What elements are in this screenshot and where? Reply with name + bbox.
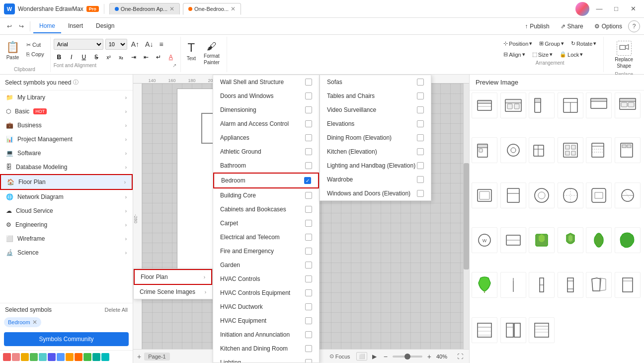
sidebar-item-wireframe[interactable]: ⬜ Wireframe › <box>0 232 133 246</box>
text-tool-button[interactable]: T Text <box>184 39 199 63</box>
preview-item[interactable] <box>558 227 583 253</box>
color-swatch[interactable] <box>12 353 20 361</box>
kitchen-elevation-item[interactable]: Kitchen (Elevation) <box>320 145 431 159</box>
preview-item[interactable] <box>500 137 526 163</box>
checkbox[interactable] <box>417 148 424 155</box>
zoom-out-button[interactable]: − <box>382 352 390 362</box>
color-swatch[interactable] <box>75 353 82 361</box>
superscript-button[interactable]: x² <box>103 52 114 63</box>
maximize-button[interactable]: □ <box>609 3 623 14</box>
color-swatch[interactable] <box>3 353 11 361</box>
fit-page-button[interactable]: ⬜ <box>356 352 367 361</box>
garden-item[interactable]: Garden <box>213 258 319 272</box>
dining-room-elevation-item[interactable]: Dining Room (Elevation) <box>320 131 431 145</box>
publish-button[interactable]: ↑ Publish <box>520 21 554 32</box>
zoom-in-button[interactable]: + <box>425 352 433 362</box>
preview-item[interactable]: W <box>472 227 497 253</box>
sidebar-item-business[interactable]: 💼 Business › <box>0 118 133 132</box>
checkbox[interactable] <box>305 275 312 282</box>
close-button[interactable]: ✕ <box>626 3 640 14</box>
wardrobe-item[interactable]: Wardrobe <box>320 173 431 186</box>
tab-document-1[interactable]: One-Bedroom Ap... ✕ <box>109 3 180 14</box>
checkbox[interactable] <box>417 134 424 141</box>
preview-item[interactable] <box>586 92 612 118</box>
wrap-button[interactable]: ↵ <box>153 52 164 63</box>
checkbox[interactable] <box>305 106 312 113</box>
preview-item[interactable] <box>500 182 526 208</box>
checkbox[interactable] <box>305 148 312 155</box>
preview-item[interactable] <box>558 92 583 118</box>
decrease-font-button[interactable]: A↓ <box>143 39 155 49</box>
preview-item[interactable] <box>472 92 497 118</box>
cut-button[interactable]: ✂ Cut <box>24 41 46 49</box>
checkbox[interactable] <box>305 192 312 199</box>
checkbox[interactable] <box>305 162 312 169</box>
sidebar-item-basic[interactable]: ⬡ Basic HOT › <box>0 104 133 118</box>
format-painter-button[interactable]: 🖌 Format Painter <box>201 39 223 67</box>
tab-home[interactable]: Home <box>33 19 61 33</box>
checkbox[interactable] <box>417 162 424 169</box>
appliances-item[interactable]: Appliances <box>213 131 319 145</box>
hvac-ductwork-item[interactable]: HVAC Ductwork <box>213 300 319 314</box>
strikethrough-button[interactable]: S̶ <box>91 52 102 63</box>
preview-item[interactable] <box>529 137 555 163</box>
font-family-select[interactable]: Arial <box>54 39 103 50</box>
undo-button[interactable]: ↩ <box>4 21 15 32</box>
paste-button[interactable]: 📋 Paste <box>3 39 22 62</box>
vertical-scrollbar[interactable] <box>463 84 469 349</box>
position-button[interactable]: ⊹ Position ▾ <box>500 39 535 48</box>
tab-1-close-icon[interactable]: ✕ <box>169 5 174 12</box>
checkbox[interactable] <box>305 359 312 363</box>
size-button[interactable]: ⬚ Size ▾ <box>529 50 556 59</box>
carpet-item[interactable]: Carpet <box>213 216 319 230</box>
zoom-slider[interactable] <box>393 356 422 358</box>
dimensioning-item[interactable]: Dimensioning <box>213 103 319 117</box>
preview-item[interactable] <box>529 182 555 208</box>
preview-item[interactable] <box>472 182 497 208</box>
color-swatch[interactable] <box>39 353 47 361</box>
sidebar-item-cloud-service[interactable]: ☁ Cloud Service › <box>0 204 133 218</box>
sofas-item[interactable]: Sofas <box>320 75 431 89</box>
checkbox[interactable] <box>305 120 312 127</box>
windows-doors-elevation-item[interactable]: Windows and Doors (Elevation) <box>320 186 431 200</box>
initiation-annunciation-item[interactable]: Initiation and Annunciation <box>213 328 319 342</box>
color-swatch[interactable] <box>30 353 38 361</box>
checkbox[interactable] <box>305 345 312 352</box>
wall-shell-item[interactable]: Wall Shell and Structure <box>213 75 319 89</box>
delete-all-button[interactable]: Delete All <box>105 307 128 313</box>
checkbox[interactable] <box>417 92 424 99</box>
color-swatch[interactable] <box>66 353 74 361</box>
preview-item[interactable] <box>472 317 497 343</box>
preview-item[interactable] <box>500 272 526 298</box>
play-button[interactable]: ▶ <box>370 352 379 361</box>
checkbox[interactable] <box>417 176 424 183</box>
color-swatch[interactable] <box>48 353 56 361</box>
italic-button[interactable]: I <box>66 52 77 63</box>
preview-item[interactable] <box>615 272 641 298</box>
redo-button[interactable]: ↪ <box>16 21 27 32</box>
page-tab[interactable]: Page-1 <box>144 353 169 361</box>
preview-item[interactable] <box>529 227 555 253</box>
preview-item[interactable] <box>558 137 583 163</box>
increase-font-button[interactable]: A↑ <box>129 39 141 49</box>
color-swatch[interactable] <box>83 353 91 361</box>
checkbox[interactable] <box>305 331 312 338</box>
hvac-controls-item[interactable]: HVAC Controls <box>213 272 319 286</box>
video-surveillance-item[interactable]: Video Surveillance <box>320 103 431 117</box>
checkbox[interactable] <box>305 289 312 296</box>
color-swatch[interactable] <box>92 353 100 361</box>
color-swatch[interactable] <box>21 353 29 361</box>
preview-item[interactable] <box>586 182 612 208</box>
tables-chairs-item[interactable]: Tables and Chairs <box>320 89 431 103</box>
preview-item[interactable] <box>500 317 526 343</box>
checkbox-checked[interactable]: ✓ <box>304 177 311 184</box>
font-color-button[interactable]: A <box>165 52 176 63</box>
preview-item[interactable] <box>558 272 583 298</box>
focus-button[interactable]: ⊙ Focus <box>326 352 353 361</box>
lighting-item[interactable]: Lighting <box>213 356 319 363</box>
bedroom-item[interactable]: Bedroom ✓ <box>213 173 319 188</box>
tab-insert[interactable]: Insert <box>62 19 89 33</box>
checkbox[interactable] <box>305 220 312 227</box>
share-button[interactable]: ⇗ Share <box>556 21 588 32</box>
tab-2-close-icon[interactable]: ✕ <box>231 5 236 12</box>
